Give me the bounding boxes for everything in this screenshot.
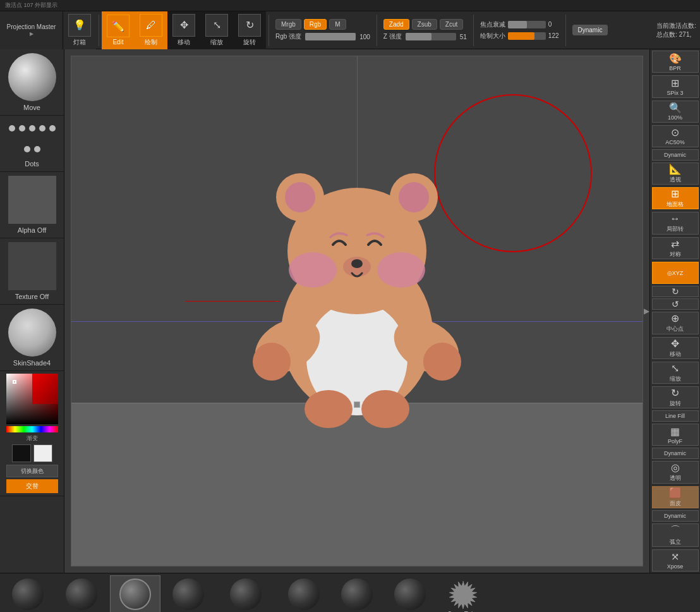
- zadd-btn[interactable]: Zadd: [383, 19, 409, 30]
- dots-panel-label: Dots: [25, 160, 39, 168]
- floor-btn[interactable]: ⊞ 地面格: [652, 187, 699, 209]
- draw-label: 绘制: [145, 38, 157, 47]
- move-toolbar-btn[interactable]: ✥ 移动: [167, 11, 200, 49]
- matcap-panel-item[interactable]: SkinShade4: [0, 305, 64, 371]
- rotate-down-btn[interactable]: ↺: [652, 298, 699, 310]
- zsub-btn[interactable]: Zsub: [412, 19, 437, 30]
- rotate-btn[interactable]: ↻ 旋转: [233, 11, 266, 49]
- exchange-btn[interactable]: 交替: [6, 479, 58, 493]
- dots-panel-item[interactable]: Dots: [0, 116, 64, 172]
- brush-item-claybuildup[interactable]: ClayBuildup: [163, 576, 214, 613]
- brush-item-move-topologica[interactable]: Move Topologica: [216, 576, 276, 613]
- scale-right-btn[interactable]: ⤡ 缩放: [652, 362, 699, 384]
- bpr-btn[interactable]: 🎨 BPR: [652, 51, 699, 73]
- lamp-btn[interactable]: 💡 灯箱: [63, 11, 96, 49]
- edit-btn[interactable]: ✏️ Edit: [102, 11, 135, 49]
- color-swatches: [12, 444, 52, 462]
- zoom-btn[interactable]: 🔍 100%: [652, 101, 699, 123]
- brush-item-pinch[interactable]: Pinch: [385, 576, 435, 613]
- brush-circle-2: [119, 578, 151, 610]
- symmetry-btn[interactable]: ↔ 局部转: [652, 212, 699, 234]
- rotate-icon: ↻: [238, 14, 261, 37]
- brush-item-move[interactable]: Move: [110, 575, 160, 613]
- rgb-intensity-slider[interactable]: [305, 33, 356, 40]
- brush-item-damstandard[interactable]: DamStandard: [56, 576, 107, 613]
- perspective-btn[interactable]: 📐 透视: [652, 162, 699, 185]
- rotate-right-btn[interactable]: ↻ 旋转: [652, 386, 699, 408]
- brush-item-standard[interactable]: Standard: [3, 576, 53, 613]
- focal-shift-slider[interactable]: [508, 21, 546, 28]
- info-text: 激活点 107 外部显示: [5, 1, 57, 9]
- draw-btn[interactable]: 🖊 绘制: [135, 11, 167, 49]
- center-label: 中心点: [667, 325, 684, 333]
- move-sphere-preview: [8, 53, 56, 101]
- svg-point-14: [423, 343, 461, 381]
- stats-area: 当前激活点数: 总点数: 271,: [653, 11, 700, 49]
- switch-color-btn[interactable]: 切换颜色: [6, 465, 58, 477]
- spix-btn[interactable]: ⊞ SPix 3: [652, 75, 699, 97]
- xyz-btn[interactable]: ◎XYZ: [652, 262, 699, 284]
- z-intensity-value: 51: [460, 34, 467, 40]
- scale-btn[interactable]: ⤡ 缩放: [200, 11, 233, 49]
- color-hue-bar[interactable]: [6, 426, 58, 432]
- dot4: [39, 125, 45, 132]
- zcut-btn[interactable]: Zcut: [440, 19, 463, 30]
- projection-master-label: Projection Master: [7, 23, 56, 31]
- line-fill-btn[interactable]: Line Fill: [652, 410, 699, 422]
- bpr-icon: 🎨: [669, 52, 682, 64]
- scale-icon: ⤡: [205, 14, 228, 37]
- move-right-btn[interactable]: ✥ 移动: [652, 337, 699, 359]
- dynamic-right-btn[interactable]: Dynamic: [652, 149, 699, 161]
- canvas-viewport: [71, 56, 643, 566]
- sep5: [565, 15, 566, 46]
- polyf-btn[interactable]: ▦ PolyF: [652, 424, 699, 446]
- zoom-label: 100%: [668, 114, 682, 121]
- align-label: 对称: [670, 250, 681, 259]
- spix-label: SPix 3: [667, 90, 683, 96]
- sep3: [377, 15, 377, 46]
- svg-point-12: [253, 343, 291, 381]
- brush-circle-3: [172, 578, 204, 610]
- rgb-btn[interactable]: Rgb: [304, 19, 327, 30]
- move-panel-item[interactable]: Move: [0, 49, 64, 116]
- rotate-up-btn[interactable]: ↻: [652, 286, 699, 297]
- dot2: [19, 125, 25, 132]
- m-btn[interactable]: M: [329, 19, 346, 30]
- matcap-preview: [8, 309, 56, 357]
- dynamic-btn[interactable]: Dynamic: [572, 25, 608, 35]
- foreground-color-swatch[interactable]: [12, 444, 31, 462]
- top-toolbar: Projection Master ▶ 💡 灯箱 ✏️ Edit 🖊 绘制 ✥ …: [0, 11, 700, 49]
- material-btn[interactable]: 🟫 面皮: [652, 486, 699, 508]
- material-label: 面皮: [670, 499, 681, 508]
- dynamic2-btn[interactable]: Dynamic: [652, 448, 699, 459]
- xpose-btn[interactable]: ⤧ Xpose: [652, 549, 699, 572]
- alpha-panel-item[interactable]: Alpha Off: [0, 172, 64, 238]
- xyz-label: ◎XYZ: [667, 270, 684, 276]
- edit-label: Edit: [112, 39, 123, 46]
- dynamic3-btn[interactable]: Dynamic: [652, 510, 699, 522]
- brush-item-inflat[interactable]: Inflat: [279, 576, 329, 613]
- move-label: 移动: [178, 38, 190, 47]
- center-btn[interactable]: ⊕ 中心点: [652, 312, 699, 334]
- scale-right-label: 缩放: [670, 375, 681, 383]
- align-btn[interactable]: ⇄ 对称: [652, 237, 699, 259]
- dynamic2-label: Dynamic: [664, 450, 686, 456]
- dot3: [29, 125, 35, 132]
- projection-master-btn[interactable]: Projection Master ▶: [0, 11, 63, 49]
- mrgb-btn[interactable]: Mrgb: [275, 19, 301, 30]
- edit-icon: ✏️: [107, 15, 130, 37]
- transparency-btn[interactable]: ◎ 透明: [652, 461, 699, 483]
- brush-item-curvetube[interactable]: CurveTube: [438, 577, 488, 612]
- expand-panel-arrow[interactable]: ▶: [644, 307, 649, 315]
- background-color-swatch[interactable]: [33, 444, 52, 462]
- canvas-area[interactable]: [64, 49, 649, 573]
- exchange-label: 交替: [26, 482, 39, 491]
- draw-size-slider[interactable]: [508, 32, 546, 40]
- ac50-label: AC50%: [665, 139, 685, 145]
- texture-panel-item[interactable]: Texture Off: [0, 238, 64, 305]
- brush-item-flatten[interactable]: Flatten: [332, 576, 382, 613]
- color-picker-item[interactable]: 渐变 切换颜色 交替: [0, 371, 64, 496]
- z-intensity-slider[interactable]: [406, 33, 456, 40]
- arc-btn[interactable]: ⌒ 弧立: [652, 523, 699, 547]
- ac50-btn[interactable]: ⊙ AC50%: [652, 125, 699, 147]
